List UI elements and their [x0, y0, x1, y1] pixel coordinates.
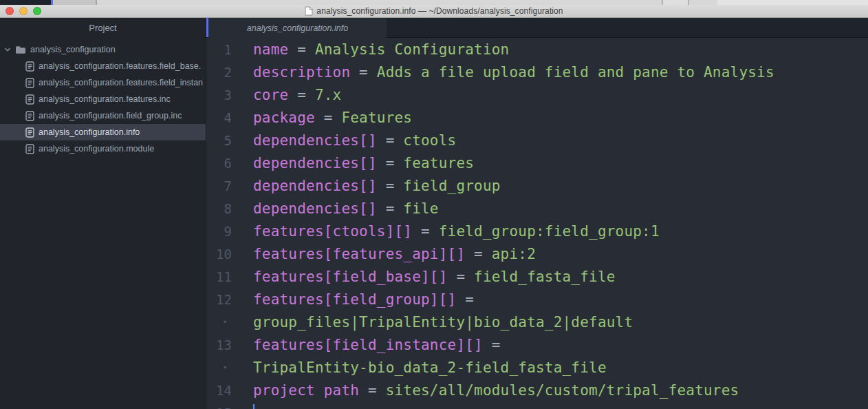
line-number: 7	[206, 178, 244, 193]
code-text: features[field_instance][] =	[244, 337, 509, 353]
code-text	[244, 404, 254, 409]
tree-folder-row[interactable]: analysis_configuration	[0, 41, 206, 58]
sidebar-header: Project	[0, 18, 206, 38]
code-text: features[features_api][] = api:2	[244, 246, 536, 262]
code-line-wrapped[interactable]: •TripalEntity-bio_data_2-field_fasta_fil…	[206, 356, 868, 379]
code-line[interactable]: 12features[field_group][] =	[206, 288, 868, 311]
line-number: 12	[206, 292, 244, 307]
file-icon	[25, 127, 34, 138]
code-line[interactable]: 4package = Features	[206, 106, 868, 129]
tree-file-item[interactable]: analysis_configuration.features.field_ba…	[0, 58, 206, 74]
code-text: project path = sites/all/modules/custom/…	[244, 382, 739, 399]
line-number: 3	[206, 87, 244, 103]
code-line[interactable]: 8dependencies[] = file	[206, 197, 868, 220]
code-text: features[field_group][] =	[244, 291, 483, 308]
app-window: analysis_configuration.info — ~/Download…	[0, 0, 868, 409]
folder-icon	[15, 45, 26, 54]
folder-name: analysis_configuration	[30, 45, 116, 54]
wrap-bullet: •	[206, 317, 244, 327]
code-text: dependencies[] = ctools	[244, 132, 456, 149]
file-icon	[25, 144, 34, 154]
file-name: analysis_configuration.field_group.inc	[39, 111, 182, 120]
tab-label: analysis_configuration.info	[247, 23, 348, 33]
code-line[interactable]: 10features[features_api][] = api:2	[206, 242, 868, 265]
zoom-button[interactable]	[33, 7, 41, 15]
file-name: analysis_configuration.features.field_ba…	[39, 61, 201, 71]
line-number: 11	[206, 269, 244, 284]
file-name: analysis_configuration.module	[39, 144, 154, 154]
main-area: Project analysis_configuration analysis_…	[0, 18, 868, 409]
line-number: 1	[206, 42, 244, 57]
line-number: 13	[206, 337, 244, 353]
code-line[interactable]: 3core = 7.x	[206, 83, 868, 106]
file-icon	[25, 94, 34, 105]
line-number: 2	[206, 65, 244, 80]
line-number: 10	[206, 247, 244, 262]
tree-file-item[interactable]: analysis_configuration.field_group.inc	[0, 107, 206, 124]
code-text: name = Analysis Configuration	[244, 41, 509, 58]
line-number: 5	[206, 133, 244, 148]
file-name: analysis_configuration.features.field_in…	[39, 78, 203, 87]
file-tree: analysis_configuration analysis_configur…	[0, 38, 206, 157]
sidebar-header-label: Project	[89, 23, 116, 33]
line-number: 6	[206, 156, 244, 171]
code-line[interactable]: 6dependencies[] = features	[206, 151, 868, 174]
editor-pane: analysis_configuration.info 1name = Anal…	[206, 18, 868, 409]
code-text: core = 7.x	[244, 87, 341, 103]
tab-bar: analysis_configuration.info	[206, 18, 868, 38]
code-area[interactable]: 1name = Analysis Configuration2descripti…	[206, 38, 868, 409]
window-title-text: analysis_configuration.info — ~/Download…	[316, 6, 563, 16]
file-icon	[25, 78, 34, 88]
text-cursor	[253, 404, 254, 409]
minimize-button[interactable]	[19, 7, 28, 15]
tree-file-item[interactable]: analysis_configuration.module	[0, 140, 206, 157]
code-text: dependencies[] = file	[244, 200, 439, 217]
code-line[interactable]: 13features[field_instance][] =	[206, 333, 868, 356]
wrap-bullet: •	[206, 362, 244, 373]
tree-file-item[interactable]: analysis_configuration.features.inc	[0, 91, 206, 107]
file-list: analysis_configuration.features.field_ba…	[0, 58, 206, 157]
background-window-sliver	[0, 0, 868, 5]
code-line[interactable]: 9features[ctools][] = field_group:field_…	[206, 220, 868, 242]
code-text: description = Adds a file upload field a…	[244, 64, 774, 81]
code-line[interactable]: 14project path = sites/all/modules/custo…	[206, 379, 868, 401]
project-sidebar: Project analysis_configuration analysis_…	[0, 18, 206, 409]
document-icon	[305, 6, 313, 16]
file-name: analysis_configuration.info	[39, 127, 140, 137]
line-number: 9	[206, 224, 244, 239]
line-number: 15	[206, 406, 244, 409]
titlebar[interactable]: analysis_configuration.info — ~/Download…	[0, 5, 868, 18]
code-line[interactable]: 1name = Analysis Configuration	[206, 38, 868, 61]
tree-file-item[interactable]: analysis_configuration.info	[0, 124, 206, 140]
close-button[interactable]	[6, 7, 14, 15]
code-text: dependencies[] = field_group	[244, 178, 501, 194]
tree-file-item[interactable]: analysis_configuration.features.field_in…	[0, 74, 206, 91]
code-text: TripalEntity-bio_data_2-field_fasta_file	[244, 359, 607, 376]
tab-analysis-configuration-info[interactable]: analysis_configuration.info	[208, 18, 387, 38]
code-line[interactable]: 2description = Adds a file upload field …	[206, 61, 868, 83]
code-line[interactable]: 15	[206, 401, 868, 409]
code-text: features[ctools][] = field_group:field_g…	[244, 223, 660, 240]
line-number: 8	[206, 201, 244, 216]
file-icon	[25, 61, 34, 72]
code-line[interactable]: 11features[field_base][] = field_fasta_f…	[206, 265, 868, 288]
line-number: 4	[206, 110, 244, 125]
code-line[interactable]: 5dependencies[] = ctools	[206, 129, 868, 151]
code-text: features[field_base][] = field_fasta_fil…	[244, 269, 616, 285]
window-title: analysis_configuration.info — ~/Download…	[305, 6, 563, 16]
code-line[interactable]: 7dependencies[] = field_group	[206, 174, 868, 197]
code-text: group_files|TripalEntity|bio_data_2|defa…	[244, 314, 633, 331]
file-name: analysis_configuration.features.inc	[39, 94, 171, 104]
chevron-down-icon[interactable]	[4, 46, 11, 53]
window-controls	[6, 7, 41, 15]
line-number: 14	[206, 383, 244, 398]
file-icon	[25, 111, 34, 121]
code-text: package = Features	[244, 109, 412, 126]
code-line-wrapped[interactable]: •group_files|TripalEntity|bio_data_2|def…	[206, 311, 868, 333]
code-text: dependencies[] = features	[244, 155, 474, 171]
